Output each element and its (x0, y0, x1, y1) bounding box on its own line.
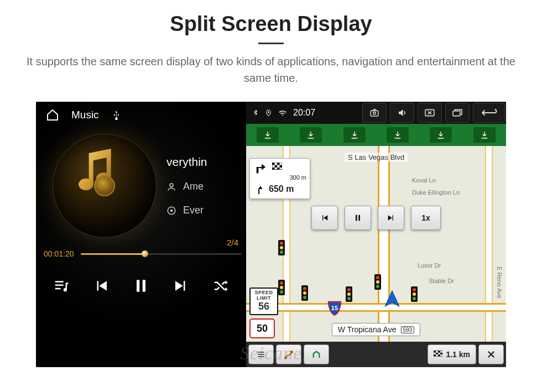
svg-rect-31 (440, 353, 442, 354)
page-title: Split Screen Display (0, 12, 542, 36)
page-description: It supports the same screen display of t… (22, 53, 520, 86)
next-track-button[interactable] (169, 274, 193, 298)
interstate-shield: 15 (326, 300, 343, 316)
sim-speed-button[interactable]: 1x (411, 206, 441, 230)
speed-limit-label: LIMIT (252, 295, 276, 301)
download-icon[interactable] (430, 127, 452, 143)
download-icon[interactable] (387, 127, 409, 143)
svg-point-10 (373, 112, 376, 115)
nav-next-distance[interactable]: 1.1 km (428, 344, 476, 364)
traffic-light-icon (374, 274, 381, 290)
location-icon (265, 108, 272, 117)
nav-menu-button[interactable] (248, 344, 274, 364)
traffic-light-icon (411, 286, 418, 302)
svg-rect-19 (277, 168, 280, 170)
svg-rect-6 (137, 280, 139, 291)
map-area[interactable]: S Las Vegas Blvd Koval Ln Duke Ellington… (246, 124, 506, 367)
seek-bar[interactable] (81, 253, 242, 255)
volume-button[interactable] (390, 103, 414, 123)
playlist-button[interactable] (49, 274, 74, 298)
artist-name: Ame (183, 181, 204, 192)
svg-rect-5 (55, 288, 61, 290)
recent-apps-button[interactable] (445, 103, 470, 123)
street-label-blvd: S Las Vegas Blvd (345, 153, 408, 162)
screenshot-button[interactable] (362, 103, 387, 123)
svg-rect-16 (275, 165, 278, 168)
svg-rect-12 (453, 111, 460, 116)
shuffle-button[interactable] (209, 274, 233, 298)
svg-rect-28 (434, 351, 436, 353)
track-index: 2/4 (36, 238, 246, 247)
turn-primary-distance: 650 m (269, 184, 294, 194)
current-street-ribbon: W Tropicana Ave 593 (332, 323, 420, 336)
download-icon[interactable] (257, 127, 279, 143)
road (246, 303, 506, 312)
speed-limit-label: SPEED (252, 290, 276, 295)
svg-rect-7 (143, 280, 145, 291)
nav-detour-button[interactable] (304, 344, 329, 364)
svg-rect-14 (272, 163, 275, 165)
speed-limit-value: 56 (252, 301, 276, 312)
turn-secondary-distance: 300 m (253, 174, 306, 181)
turn-card[interactable]: 300 m 650 m (249, 158, 310, 199)
svg-rect-9 (371, 111, 378, 116)
download-icon[interactable] (300, 127, 322, 143)
svg-rect-33 (438, 354, 440, 356)
title-underline (258, 43, 284, 44)
bluetooth-icon (252, 108, 259, 117)
turn-right-then-left-icon (253, 161, 269, 174)
home-icon[interactable] (46, 108, 59, 122)
music-content-row: verythin Ame Ever (36, 128, 246, 240)
music-top-title: Music (71, 109, 99, 121)
disc-icon (166, 206, 176, 216)
album-row: Ever (166, 205, 207, 216)
svg-point-26 (291, 351, 293, 353)
nav-close-button[interactable] (478, 344, 504, 364)
svg-rect-3 (55, 281, 64, 283)
music-controls (36, 274, 246, 298)
download-icon[interactable] (473, 127, 496, 143)
seek-handle[interactable] (142, 250, 148, 257)
prev-track-button[interactable] (89, 274, 113, 298)
svg-rect-32 (434, 354, 436, 356)
progress-row: 00:01:20 (36, 247, 246, 258)
download-strip (246, 124, 506, 146)
sim-controls: 1x (311, 206, 441, 230)
current-speed: 50 (249, 318, 275, 338)
svg-point-25 (285, 357, 286, 359)
svg-rect-17 (280, 165, 283, 168)
sim-prev-button[interactable] (311, 206, 338, 230)
nav-route-button[interactable] (276, 344, 301, 364)
turn-left-icon (253, 183, 265, 195)
close-app-button[interactable] (418, 103, 442, 123)
sim-pause-button[interactable] (345, 206, 371, 230)
album-art[interactable] (53, 134, 157, 238)
svg-rect-21 (358, 215, 360, 221)
interstate-number: 15 (331, 305, 338, 311)
nav-bottom-bar: 1.1 km (246, 342, 506, 367)
status-bar: 20:07 (246, 102, 506, 124)
svg-rect-30 (436, 353, 438, 354)
svg-point-0 (170, 184, 173, 187)
speed-limit-sign: SPEED LIMIT 56 (249, 288, 278, 315)
elapsed-time: 00:01:20 (44, 249, 74, 258)
svg-rect-22 (258, 352, 264, 352)
svg-point-8 (268, 112, 269, 113)
pause-button[interactable] (129, 274, 153, 298)
svg-point-2 (171, 210, 173, 211)
vehicle-cursor-icon (383, 290, 402, 309)
sim-next-button[interactable] (378, 206, 404, 230)
svg-rect-29 (438, 351, 440, 353)
route-shield: 593 (400, 326, 414, 333)
music-pane: Music (36, 102, 246, 367)
album-name: Ever (183, 205, 204, 216)
svg-rect-4 (55, 285, 64, 286)
usb-icon[interactable] (111, 110, 121, 120)
back-button[interactable] (473, 103, 505, 123)
current-street-name: W Tropicana Ave (338, 325, 397, 334)
download-icon[interactable] (343, 127, 366, 143)
street-label: Stable Dr (429, 278, 454, 284)
checkered-flag-icon (434, 351, 442, 358)
svg-rect-20 (356, 215, 357, 221)
right-pane: 20:07 (246, 102, 506, 367)
